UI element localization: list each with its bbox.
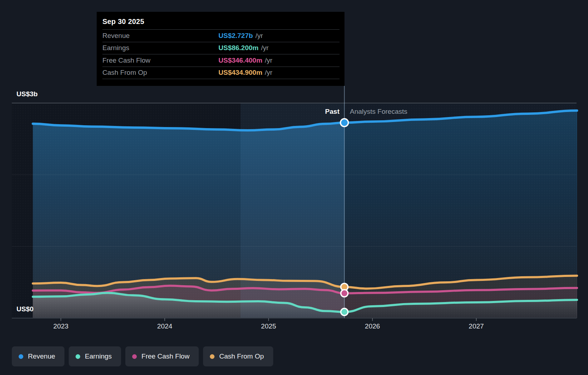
tooltip-value-cash-from-op: US$434.900m [218,69,262,77]
x-tick-2026: 2026 [365,322,380,330]
tooltip-row-free-cash-flow: Free Cash Flow US$346.400m /yr [102,54,339,67]
legend-label-revenue: Revenue [28,352,55,360]
y-axis-label-top: US$3b [16,90,38,98]
x-tick-2024: 2024 [157,322,172,330]
free-cash-flow-marker[interactable] [341,290,348,297]
tooltip-suffix-free-cash-flow: /yr [265,57,273,64]
legend-item-free-cash-flow[interactable]: Free Cash Flow [125,346,199,366]
analysts-forecasts-label: Analysts Forecasts [350,108,408,116]
tooltip-row-earnings: Earnings US$86.200m /yr [102,42,339,54]
forecast-chart-page: US$3b US$0 Past Analysts Forecasts 2023 … [0,0,588,375]
revenue-marker[interactable] [341,119,348,127]
legend-item-revenue[interactable]: Revenue [12,346,64,366]
tooltip-date: Sep 30 2025 [97,12,344,29]
tooltip-suffix-cash-from-op: /yr [265,69,273,77]
tooltip-value-free-cash-flow: US$346.400m [218,57,262,64]
chart-tooltip: Sep 30 2025 Revenue US$2.727b /yr Earnin… [97,12,344,86]
x-tick-2025: 2025 [261,322,276,330]
legend-item-earnings[interactable]: Earnings [69,346,121,366]
highlight-band [241,103,344,318]
tooltip-suffix-earnings: /yr [261,44,269,52]
tooltip-bottom-divider [102,79,339,79]
tooltip-label-earnings: Earnings [102,44,218,52]
legend-label-cash-from-op: Cash From Op [219,352,264,360]
tooltip-row-revenue: Revenue US$2.727b /yr [102,29,339,42]
x-tick-2023: 2023 [53,322,68,330]
revenue-dot-icon [19,354,23,359]
tooltip-label-free-cash-flow: Free Cash Flow [102,57,218,64]
free-cash-flow-dot-icon [132,354,137,359]
legend-label-earnings: Earnings [85,352,112,360]
legend-label-free-cash-flow: Free Cash Flow [141,352,189,360]
earnings-dot-icon [76,354,80,359]
cash-from-op-dot-icon [210,354,215,359]
x-tick-2027: 2027 [469,322,484,330]
earnings-marker[interactable] [341,308,348,316]
tooltip-label-revenue: Revenue [102,32,218,40]
y-axis-label-zero: US$0 [16,305,34,313]
tooltip-label-cash-from-op: Cash From Op [102,69,218,77]
tooltip-suffix-revenue: /yr [255,32,263,40]
tooltip-value-earnings: US$86.200m [218,44,259,52]
tooltip-value-revenue: US$2.727b [218,32,253,40]
past-label: Past [297,108,339,116]
chart-legend: Revenue Earnings Free Cash Flow Cash Fro… [12,346,273,366]
tooltip-row-cash-from-op: Cash From Op US$434.900m /yr [102,67,339,79]
legend-item-cash-from-op[interactable]: Cash From Op [203,346,273,366]
